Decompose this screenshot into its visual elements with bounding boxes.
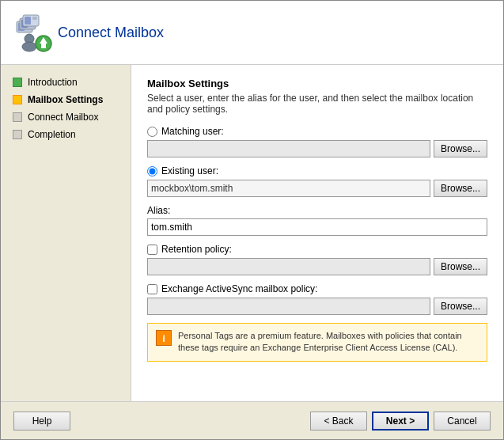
exchange-policy-browse-button[interactable]: Browse... [434, 298, 487, 315]
dialog-header: Connect Mailbox [1, 1, 503, 65]
next-button[interactable]: Next > [372, 412, 429, 431]
sidebar-label-mailbox-settings: Mailbox Settings [28, 94, 103, 105]
sidebar-label-connect-mailbox: Connect Mailbox [28, 112, 98, 123]
existing-user-input-row: Browse... [147, 180, 487, 197]
sidebar-label-introduction: Introduction [28, 77, 78, 88]
connect-mailbox-dialog: Connect Mailbox Introduction Mailbox Set… [0, 0, 504, 440]
existing-user-input[interactable] [147, 180, 430, 197]
exchange-policy-row: Exchange ActiveSync mailbox policy: Brow… [147, 283, 487, 315]
exchange-policy-label: Exchange ActiveSync mailbox policy: [161, 283, 317, 294]
matching-user-input[interactable] [147, 140, 430, 157]
mailbox-settings-indicator [12, 94, 23, 105]
sidebar-label-completion: Completion [28, 129, 76, 140]
retention-policy-browse-button[interactable]: Browse... [434, 258, 487, 275]
exchange-policy-checkbox-row: Exchange ActiveSync mailbox policy: [147, 283, 487, 294]
dialog-icon [13, 10, 58, 55]
info-icon: i [156, 330, 172, 346]
sidebar-item-introduction[interactable]: Introduction [7, 74, 124, 90]
cancel-button[interactable]: Cancel [434, 412, 491, 431]
sidebar-item-connect-mailbox[interactable]: Connect Mailbox [7, 109, 124, 125]
info-text: Personal Tags are a premium feature. Mai… [178, 330, 479, 355]
existing-user-row: Existing user: Browse... [147, 165, 487, 197]
exchange-policy-input-row: Browse... [147, 298, 487, 315]
dialog-title: Connect Mailbox [58, 25, 164, 41]
matching-user-browse-button[interactable]: Browse... [434, 140, 487, 157]
dialog-content: Introduction Mailbox Settings Connect Ma… [1, 65, 503, 401]
existing-user-radio[interactable] [147, 166, 157, 176]
back-button[interactable]: < Back [310, 412, 367, 431]
matching-user-label: Matching user: [161, 126, 224, 137]
matching-user-input-row: Browse... [147, 140, 487, 157]
dialog-footer: Help < Back Next > Cancel [1, 401, 503, 439]
retention-policy-input[interactable] [147, 258, 430, 275]
svg-rect-8 [32, 17, 37, 20]
footer-right: < Back Next > Cancel [310, 412, 491, 431]
existing-user-radio-row: Existing user: [147, 165, 487, 176]
intro-indicator [12, 77, 23, 88]
section-title: Mailbox Settings [147, 78, 487, 89]
matching-user-radio[interactable] [147, 127, 157, 137]
alias-row: Alias: [147, 205, 487, 236]
alias-label: Alias: [147, 205, 487, 216]
sidebar-item-mailbox-settings[interactable]: Mailbox Settings [7, 92, 124, 108]
section-desc: Select a user, enter the alias for the u… [147, 93, 487, 115]
alias-input[interactable] [147, 218, 487, 236]
info-box: i Personal Tags are a premium feature. M… [147, 323, 487, 362]
gray-status-icon-1 [13, 112, 22, 122]
sidebar: Introduction Mailbox Settings Connect Ma… [1, 65, 131, 401]
main-content: Mailbox Settings Select a user, enter th… [131, 65, 503, 401]
svg-rect-13 [41, 44, 46, 48]
matching-user-radio-row: Matching user: [147, 126, 487, 137]
exchange-policy-checkbox[interactable] [147, 284, 157, 294]
help-button[interactable]: Help [13, 412, 70, 431]
green-status-icon [13, 78, 22, 87]
existing-user-browse-button[interactable]: Browse... [434, 180, 487, 197]
retention-policy-row: Retention policy: Browse... [147, 244, 487, 275]
existing-user-label: Existing user: [161, 165, 218, 176]
matching-user-row: Matching user: Browse... [147, 126, 487, 157]
yellow-status-icon [13, 95, 22, 104]
retention-policy-checkbox-row: Retention policy: [147, 244, 487, 255]
retention-policy-input-row: Browse... [147, 258, 487, 275]
footer-left: Help [13, 412, 70, 431]
gray-status-icon-2 [13, 130, 22, 139]
connect-mailbox-indicator [12, 112, 23, 123]
svg-rect-7 [25, 17, 31, 25]
svg-point-10 [22, 42, 36, 51]
retention-policy-label: Retention policy: [161, 244, 232, 255]
sidebar-item-completion[interactable]: Completion [7, 127, 124, 142]
retention-policy-checkbox[interactable] [147, 245, 157, 255]
exchange-policy-input[interactable] [147, 298, 430, 315]
completion-indicator [12, 129, 23, 140]
